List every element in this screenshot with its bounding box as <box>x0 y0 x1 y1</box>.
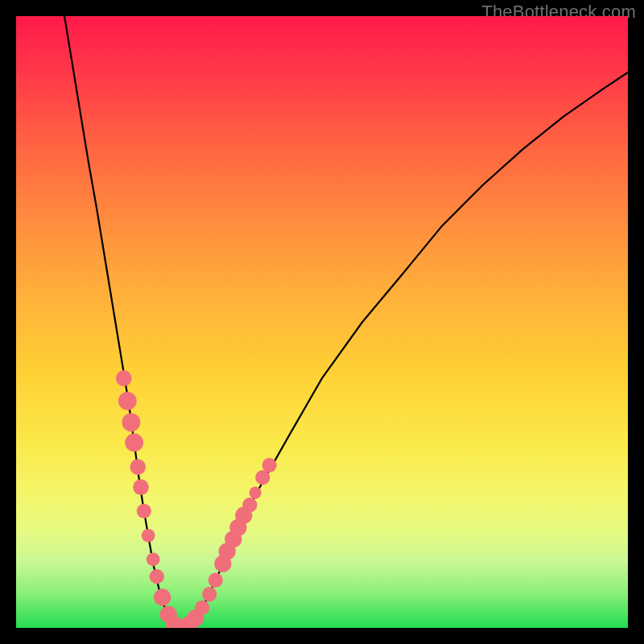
data-marker <box>130 459 146 475</box>
data-marker <box>147 553 160 567</box>
data-marker <box>202 587 217 601</box>
data-marker <box>122 413 140 431</box>
data-marker <box>195 601 209 615</box>
chart-svg <box>16 16 628 628</box>
data-marker <box>142 529 155 543</box>
data-marker <box>154 588 171 605</box>
data-marker <box>133 479 149 495</box>
chart-frame: TheBottleneck.com <box>0 0 644 644</box>
data-marker <box>262 458 277 473</box>
data-marker <box>250 486 262 498</box>
data-marker <box>208 573 223 588</box>
data-marker <box>242 497 257 512</box>
marker-group <box>116 370 277 628</box>
data-marker <box>116 370 132 386</box>
data-marker <box>118 392 137 411</box>
data-marker <box>150 569 164 584</box>
data-marker <box>125 433 143 452</box>
plot-area <box>16 16 628 628</box>
data-marker <box>137 504 151 518</box>
